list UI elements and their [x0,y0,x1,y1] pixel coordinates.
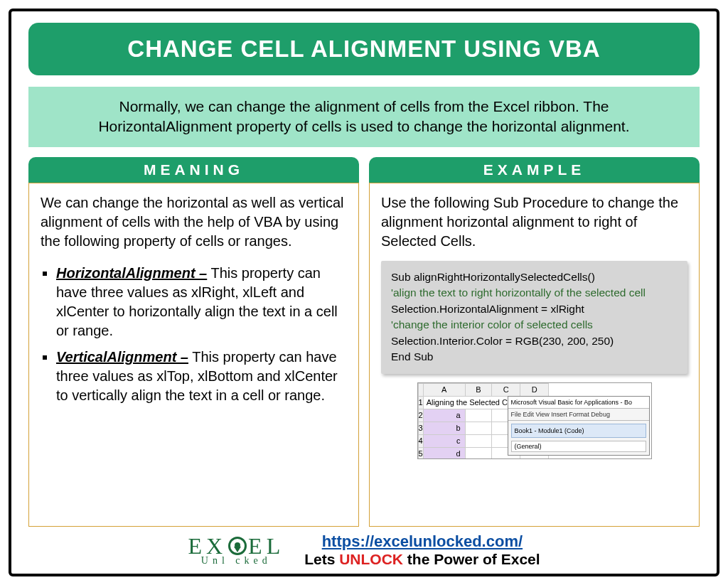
tagline: Lets UNLOCK the Power of Excel [304,551,540,568]
meaning-body: We can change the horizontal as well as … [28,183,359,527]
vbe-module: Book1 - Module1 (Code) [511,424,646,438]
two-column-layout: MEANING We can change the horizontal as … [28,157,700,527]
col-header: A [423,383,465,396]
property-list: HorizontalAlignment – This property can … [41,264,347,405]
code-comment: 'align the text to right horizontally of… [391,285,678,301]
code-line: Selection.Interior.Color = RGB(230, 200,… [391,333,678,349]
property-name: HorizontalAlignment – [56,265,207,281]
list-item: HorizontalAlignment – This property can … [56,264,347,340]
document-frame: CHANGE CELL ALIGNMENT USING VBA Normally… [9,9,719,576]
page-title: CHANGE CELL ALIGNMENT USING VBA [28,23,700,75]
code-line: End Sub [391,349,678,365]
logo-text: EL [248,535,284,557]
example-header: EXAMPLE [369,157,700,183]
tagline-unlock: UNLOCK [339,551,403,567]
excel-unlocked-logo: EX EL Unl cked [188,535,284,566]
example-lead: Use the following Sub Procedure to chang… [381,193,687,251]
excel-screenshot: A B C D 1 Aligning the Selected Cells to… [417,382,652,459]
keyhole-icon [228,537,247,555]
col-header: D [520,383,549,396]
vbe-general: (General) [511,441,646,452]
meaning-header: MEANING [28,157,359,183]
footer-text: https://excelunlocked.com/ Lets UNLOCK t… [304,532,540,568]
logo-subtext: Unl cked [188,556,284,566]
intro-banner: Normally, we can change the alignment of… [28,87,700,147]
site-link[interactable]: https://excelunlocked.com/ [322,532,523,550]
tagline-pre: Lets [304,551,339,567]
col-header: B [465,383,491,396]
list-item: VerticalAlignment – This property can ha… [56,348,347,405]
vbe-menu: File Edit View Insert Format Debug [508,409,649,421]
cell: b [423,422,465,434]
col-header: C [492,383,520,396]
meaning-lead: We can change the horizontal as well as … [41,193,347,251]
meaning-column: MEANING We can change the horizontal as … [28,157,359,527]
code-comment: 'change the interior color of selected c… [391,317,678,333]
vbe-title: Microsoft Visual Basic for Applications … [508,397,649,409]
logo-text: EX [188,535,227,557]
tagline-post: the Power of Excel [403,551,540,567]
cell: c [423,434,465,447]
property-name: VerticalAlignment – [56,349,188,365]
example-column: EXAMPLE Use the following Sub Procedure … [369,157,700,527]
cell: d [423,447,465,459]
vbe-window: Microsoft Visual Basic for Applications … [508,396,650,456]
code-line: Selection.HorizontalAlignment = xlRight [391,301,678,317]
vba-code-block: Sub alignRightHorizontallySelectedCells(… [381,261,687,374]
code-line: Sub alignRightHorizontallySelectedCells(… [391,269,678,285]
footer: EX EL Unl cked https://excelunlocked.com… [28,532,700,568]
cell: a [423,409,465,422]
example-body: Use the following Sub Procedure to chang… [369,183,700,527]
